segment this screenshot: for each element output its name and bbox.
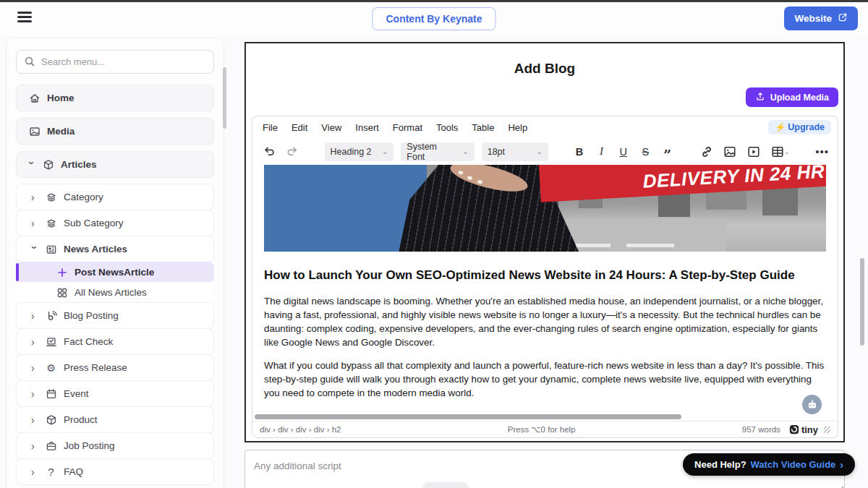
- element-path[interactable]: div › div › div › div › h2: [260, 425, 341, 434]
- sidebar-item-sub-category[interactable]: › Sub Category: [16, 210, 214, 236]
- sidebar-item-category[interactable]: › Category: [16, 184, 214, 210]
- editor-horizontal-scrollbar[interactable]: [255, 414, 816, 419]
- page-scrollbar[interactable]: [860, 258, 864, 346]
- sidebar-item-articles[interactable]: › Articles: [16, 151, 214, 178]
- editor-statusbar: div › div › div › div › h2 Press ⌥0 for …: [252, 421, 838, 437]
- chevron-down-icon: ⌄: [784, 148, 790, 155]
- sidebar-item-label: News Articles: [64, 244, 127, 254]
- sidebar-item-fact-check[interactable]: › Fact Check: [16, 328, 214, 355]
- tinymce-editor: FileEditViewInsertFormatToolsTableHelp ⚡…: [252, 116, 838, 438]
- content-by-keynate-button[interactable]: Content By Keynate: [372, 7, 495, 30]
- sidebar-item-post-newsarticle[interactable]: › Post NewsArticle: [16, 262, 214, 283]
- gear-icon: ⚙: [45, 361, 57, 374]
- font-size-select[interactable]: 18pt⌄: [482, 142, 548, 161]
- insert-image-icon[interactable]: [722, 143, 738, 160]
- more-options-icon[interactable]: •••: [815, 145, 829, 158]
- menu-file[interactable]: File: [263, 122, 278, 133]
- chevron-right-icon: ›: [840, 459, 843, 471]
- sidebar-scrollbar[interactable]: [223, 67, 226, 129]
- italic-icon[interactable]: I: [594, 145, 608, 158]
- layers-icon: [45, 191, 57, 203]
- sidebar-item-event[interactable]: › Event: [16, 380, 214, 407]
- briefcase-icon: [45, 440, 57, 452]
- search-input[interactable]: [16, 50, 214, 74]
- sidebar-item-label: Blog Posting: [64, 310, 119, 321]
- blockquote-icon[interactable]: ”: [660, 145, 674, 158]
- sidebar-item-label: Category: [64, 192, 103, 202]
- tiny-brand-logo[interactable]: tiny: [789, 424, 818, 435]
- sidebar-item-media[interactable]: › Media: [16, 118, 214, 145]
- article-paragraph[interactable]: What if you could bypass all that comple…: [264, 359, 826, 400]
- below-fold-button-peek[interactable]: [423, 483, 468, 488]
- chevron-icon: ›: [31, 337, 38, 347]
- article-heading[interactable]: How to Launch Your Own SEO-Optimized New…: [264, 266, 826, 285]
- editor-menubar: FileEditViewInsertFormatToolsTableHelp ⚡…: [252, 116, 838, 138]
- sidebar-item-label: All News Articles: [75, 287, 147, 298]
- chevron-icon: ›: [31, 192, 38, 202]
- sidebar-item-label: FAQ: [64, 466, 83, 477]
- bold-icon[interactable]: B: [572, 146, 587, 158]
- font-family-select[interactable]: System Font⌄: [401, 142, 474, 161]
- sidebar-item-label: Media: [47, 126, 75, 137]
- chevron-icon: ›: [27, 161, 37, 168]
- lightning-icon: ⚡: [775, 122, 786, 132]
- sidebar-search: [16, 50, 214, 74]
- chevron-icon: ›: [31, 311, 38, 321]
- sidebar-item-blog-posting[interactable]: › Blog Posting: [16, 302, 214, 329]
- sidebar-item-label: Sub Category: [64, 218, 124, 228]
- chevron-down-icon: ⌄: [382, 147, 388, 155]
- upload-media-button[interactable]: Upload Media: [746, 87, 838, 107]
- sidebar-item-label: Press Release: [64, 362, 127, 373]
- upgrade-button[interactable]: ⚡ Upgrade: [768, 120, 831, 134]
- sidebar-item-product[interactable]: › Product: [16, 406, 214, 433]
- sidebar-item-label: Home: [47, 93, 75, 103]
- chevron-icon: ›: [30, 246, 40, 253]
- menu-edit[interactable]: Edit: [292, 122, 307, 133]
- article-paragraph[interactable]: The digital news landscape is booming. W…: [264, 295, 826, 349]
- sidebar-item-all-news-articles[interactable]: › All News Articles: [16, 282, 214, 303]
- redo-icon[interactable]: [284, 143, 300, 160]
- menu-tools[interactable]: Tools: [436, 122, 458, 133]
- grid-icon: [56, 286, 68, 299]
- box-icon: [42, 158, 54, 171]
- news-icon: [45, 243, 57, 255]
- block-format-select[interactable]: Heading 2⌄: [325, 142, 394, 161]
- menu-view[interactable]: View: [321, 122, 341, 133]
- editor-resize-handle[interactable]: [824, 427, 830, 433]
- sidebar-item-home[interactable]: › Home: [16, 85, 214, 111]
- insert-media-icon[interactable]: [745, 143, 761, 160]
- editor-content[interactable]: DELIVERY IN 24 HR How to Launch Your Own…: [252, 165, 838, 401]
- sidebar-item-label: Product: [64, 414, 98, 425]
- sidebar-item-faq[interactable]: › ? FAQ: [16, 458, 214, 485]
- editor-toolbar: Heading 2⌄ System Font⌄ 18pt⌄ B I U S ”: [252, 138, 838, 165]
- home-icon: [28, 92, 41, 104]
- menu-insert[interactable]: Insert: [355, 122, 379, 133]
- link-icon[interactable]: [699, 143, 715, 160]
- menu-table[interactable]: Table: [472, 122, 494, 133]
- watch-video-guide-button[interactable]: Need Help? Watch Video Guide ›: [683, 453, 855, 476]
- ai-assistant-icon[interactable]: [802, 395, 822, 414]
- article-hero-image[interactable]: DELIVERY IN 24 HR: [264, 165, 826, 252]
- plus-icon: [56, 266, 68, 278]
- sidebar-item-news-articles[interactable]: › News Articles: [16, 236, 214, 262]
- chevron-icon: ›: [31, 441, 38, 451]
- strikethrough-icon[interactable]: S: [638, 146, 652, 158]
- fact-icon: [45, 335, 57, 348]
- topbar: Content By Keynate Website: [0, 2, 868, 35]
- insert-table-icon[interactable]: ⌄: [769, 143, 792, 160]
- menu-format[interactable]: Format: [393, 122, 422, 133]
- hamburger-menu-icon[interactable]: [17, 12, 32, 23]
- watch-video-guide-label: Watch Video Guide: [751, 459, 836, 470]
- website-button[interactable]: Website: [784, 7, 858, 30]
- blog-icon: [45, 309, 57, 322]
- layers-icon: [45, 217, 57, 229]
- sidebar-item-label: Fact Check: [64, 336, 113, 347]
- upgrade-label: Upgrade: [788, 122, 825, 132]
- underline-icon[interactable]: U: [616, 146, 631, 158]
- sidebar-item-press-release[interactable]: › ⚙ Press Release: [16, 354, 214, 381]
- undo-icon[interactable]: [261, 143, 277, 160]
- sidebar-item-job-posting[interactable]: › Job Posting: [16, 432, 214, 459]
- sidebar-item-label: Articles: [61, 159, 97, 170]
- chevron-icon: ›: [31, 415, 38, 425]
- menu-help[interactable]: Help: [508, 122, 527, 133]
